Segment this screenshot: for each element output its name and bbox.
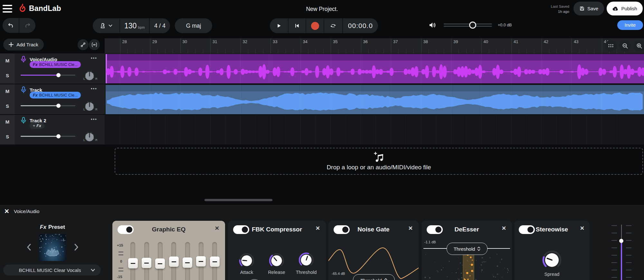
solo-button-track-2[interactable]: S	[0, 103, 15, 109]
time-signature-control[interactable]: 4 / 4	[149, 18, 170, 33]
invite-button[interactable]: Invite	[617, 20, 643, 30]
ruler-bar-label: 31	[213, 39, 217, 44]
add-track-button[interactable]: Add Track	[3, 39, 44, 51]
mic-icon-track-3	[20, 117, 27, 125]
ruler-bar-label: 38	[423, 39, 428, 44]
add-music-note-icon	[373, 152, 385, 163]
region-header[interactable]	[106, 85, 644, 91]
preset-prev-button[interactable]	[24, 243, 33, 251]
ruler-bar-label: 33	[273, 39, 277, 44]
eq-band-handle[interactable]	[183, 257, 192, 268]
save-button[interactable]: Save	[573, 2, 604, 15]
key-signature-control[interactable]: G maj	[175, 18, 212, 33]
bpm-control[interactable]: 130 bpm	[119, 18, 149, 33]
play-button[interactable]	[270, 18, 288, 33]
ruler-tick	[157, 49, 158, 53]
zoom-in-button[interactable]	[633, 40, 644, 51]
zoom-out-button[interactable]	[619, 40, 631, 51]
mute-button-track-3[interactable]: M	[0, 119, 15, 125]
channel-fader[interactable]	[609, 224, 634, 280]
ruler-barline	[511, 38, 512, 53]
fx-dock-close-button[interactable]: ✕	[3, 208, 10, 215]
release-knob[interactable]	[268, 252, 285, 269]
fader-knob[interactable]	[619, 239, 623, 243]
ruler-tick	[188, 49, 188, 53]
fx-chip-track-1[interactable]: FxBCHILL MUSIC Cle...	[30, 61, 81, 68]
fader-tick	[611, 277, 617, 278]
effect-title: Graphic EQ	[112, 226, 225, 233]
ruler-tick	[474, 49, 474, 53]
eq-band-handle[interactable]	[210, 257, 220, 267]
horizontal-scrollbar[interactable]	[204, 199, 272, 201]
ruler-tick	[128, 49, 128, 53]
track-menu-button-3[interactable]	[89, 115, 99, 123]
ruler-tick	[534, 49, 534, 53]
lane-track-2[interactable]	[105, 115, 644, 145]
add-fx-chip-track-3[interactable]: +Fx	[30, 122, 44, 129]
ruler-tick	[263, 49, 263, 53]
record-icon	[311, 22, 319, 30]
publish-button[interactable]: Publish	[607, 2, 643, 15]
close-effect-button[interactable]: ✕	[316, 225, 320, 232]
project-title[interactable]: New Project.	[0, 6, 644, 13]
ruler-bar-label: 30	[183, 39, 187, 44]
eq-band-handle[interactable]	[155, 258, 165, 269]
mic-icon-track-1	[20, 55, 27, 64]
up-down-chevrons-icon	[384, 278, 387, 280]
fader-tick	[611, 225, 617, 226]
region-track[interactable]	[106, 85, 644, 114]
ruler-tick	[376, 49, 376, 53]
region-voice-audio[interactable]	[106, 54, 644, 83]
mute-button-track-1[interactable]: M	[0, 58, 15, 63]
track-menu-button-1[interactable]	[89, 54, 99, 62]
attack-knob[interactable]	[238, 252, 255, 269]
fx-chip-track-2[interactable]: FxBCHILL MUSIC Cle...	[30, 92, 81, 98]
timeline-ruler[interactable]: 2829303132333435363738394041424344	[105, 38, 644, 53]
spread-knob[interactable]	[541, 249, 563, 271]
solo-button-track-3[interactable]: S	[0, 134, 15, 139]
metronome-button[interactable]	[93, 18, 119, 33]
ruler-tick	[323, 49, 324, 53]
gate-threshold-button[interactable]: Threshold	[353, 274, 395, 280]
ruler-bar-label: 39	[453, 39, 458, 44]
eq-band-handle[interactable]	[128, 258, 138, 268]
solo-button-track-1[interactable]: S	[0, 73, 15, 78]
track-menu-button-2[interactable]	[89, 85, 99, 92]
rewind-to-start-button[interactable]	[288, 18, 306, 33]
automation-button[interactable]	[78, 39, 89, 50]
play-icon	[276, 23, 282, 29]
eq-band-handle[interactable]	[142, 258, 151, 268]
undo-button[interactable]	[3, 18, 19, 33]
ruler-tick	[436, 49, 436, 53]
ellipsis-icon	[91, 88, 97, 89]
loop-button[interactable]	[324, 18, 342, 33]
redo-button[interactable]	[19, 18, 35, 33]
eq-band-handle[interactable]	[196, 256, 206, 266]
ruler-bar-label: 37	[393, 39, 398, 44]
threshold-knob[interactable]	[298, 252, 315, 268]
master-volume-slider[interactable]	[444, 21, 492, 29]
region-header[interactable]	[106, 54, 644, 61]
record-button[interactable]	[306, 18, 324, 33]
volume-slider-knob[interactable]	[469, 22, 476, 29]
drop-zone[interactable]: Drop a loop or an audio/MIDI/video file	[115, 148, 643, 175]
fx-preset-heading: FxPreset	[19, 224, 86, 230]
midi-editor-button[interactable]	[605, 40, 617, 51]
eq-band-handle[interactable]	[169, 257, 179, 267]
preset-dropdown[interactable]: BCHILL MUSIC Clear Vocals	[3, 265, 101, 275]
preset-artwork[interactable]	[39, 234, 66, 261]
master-mute-button[interactable]	[428, 21, 437, 29]
fader-fill	[621, 241, 622, 280]
deesser-threshold-button[interactable]: Threshold	[447, 243, 488, 255]
effect-panel-noise-gate: Noise Gate ✕ -65.4 dB Threshold	[328, 221, 419, 280]
time-stretch-button[interactable]	[89, 39, 100, 50]
close-effect-button[interactable]: ✕	[580, 225, 584, 232]
preset-next-button[interactable]	[72, 243, 80, 251]
ruler-tick	[398, 49, 399, 53]
ruler-bar-label: 41	[514, 39, 518, 44]
close-effect-button[interactable]: ✕	[502, 225, 506, 232]
ruler-barline	[421, 38, 421, 53]
mute-button-track-2[interactable]: M	[0, 89, 15, 94]
close-effect-button[interactable]: ✕	[215, 225, 219, 232]
time-display[interactable]: 00:00.0	[342, 18, 378, 33]
